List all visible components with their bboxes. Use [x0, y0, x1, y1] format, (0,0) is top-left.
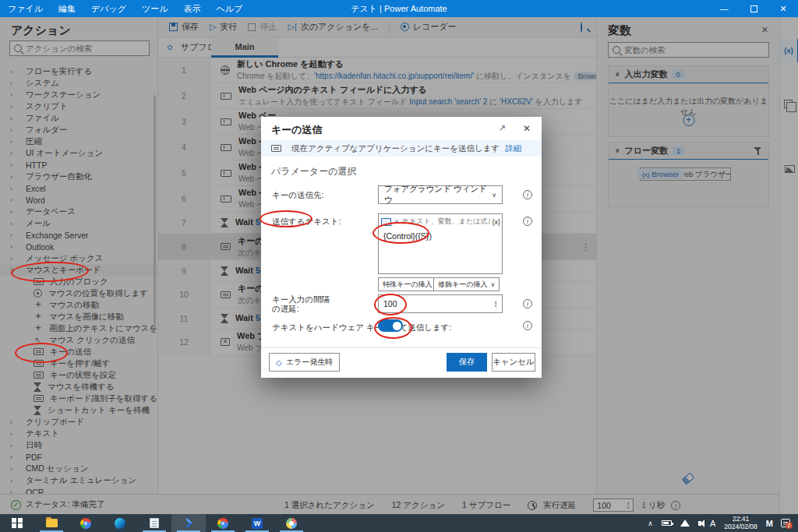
- taskbar-chrome-profile[interactable]: [206, 514, 240, 532]
- folder-icon: [46, 519, 58, 527]
- menu-bar: ファイル 編集 デバッグ ツール 表示 ヘルプ: [0, 0, 250, 17]
- battery-icon[interactable]: [662, 520, 672, 526]
- text-to-send-editor[interactable]: ∨ テキスト、変数、または式として入力しま {x} {Control}({S}): [378, 213, 503, 274]
- menu-item[interactable]: 表示: [176, 0, 209, 17]
- clock[interactable]: 22:412024/02/08: [724, 516, 757, 530]
- variable-picker-icon[interactable]: [381, 218, 391, 226]
- notepad-icon: [150, 518, 159, 528]
- tray-time: 22:41: [733, 515, 749, 523]
- insert-modifier-button[interactable]: 修飾キーの挿入∨: [433, 277, 500, 291]
- maximize-icon: [750, 5, 757, 12]
- info-icon: i: [523, 217, 532, 226]
- dialog-title: キーの送信: [271, 123, 323, 137]
- text-to-send-label: 送信するテキスト:: [272, 217, 341, 227]
- delay-input[interactable]: 100 ∧∨: [378, 294, 503, 313]
- windows-taskbar: W ∧ A 22:412024/02/08 M 2: [0, 514, 798, 532]
- menu-item[interactable]: ファイル: [0, 0, 51, 17]
- chevron-down-icon: ∨: [492, 192, 496, 199]
- editor-hint-text: テキスト、変数、または式として入力しま: [402, 217, 500, 227]
- chrome-icon: [217, 518, 228, 529]
- speaker-icon[interactable]: [698, 521, 701, 526]
- chrome-icon: [80, 518, 91, 529]
- info-icon: i: [523, 299, 532, 308]
- keys-value-text: {Control}({S}): [383, 231, 432, 241]
- minimize-button[interactable]: —: [709, 0, 739, 17]
- info-icon: i: [523, 321, 532, 330]
- screen: ファイル 編集 デバッグ ツール 表示 ヘルプ テスト | Power Auto…: [0, 0, 798, 532]
- send-keys-to-label: キーの送信先:: [272, 190, 323, 201]
- taskbar-file-explorer[interactable]: [34, 514, 69, 532]
- dialog-description: 現在アクティブなアプリケーションにキーを送信します: [291, 143, 500, 154]
- hardware-keys-toggle[interactable]: [378, 319, 403, 332]
- tray-date: 2024/02/08: [724, 523, 757, 530]
- menu-item[interactable]: 編集: [51, 0, 83, 17]
- start-button[interactable]: [0, 514, 34, 532]
- send-keys-dialog: キーの送信 ↗ ✕ 現在アクティブなアプリケーションにキーを送信します 詳細 パ…: [261, 117, 542, 378]
- close-icon[interactable]: ✕: [523, 123, 531, 134]
- notification-icon[interactable]: 2: [781, 519, 790, 527]
- taskbar-chrome[interactable]: [69, 514, 103, 532]
- dialog-divider: [261, 347, 542, 348]
- tray-expand-icon[interactable]: ∧: [648, 520, 653, 527]
- on-error-button[interactable]: ◇エラー発生時: [269, 353, 340, 372]
- send-keys-to-select[interactable]: フォアグラウンド ウィンドウ∨: [378, 185, 503, 204]
- notification-badge: 2: [786, 522, 793, 529]
- wifi-icon[interactable]: [680, 520, 690, 527]
- delay-label-line2: の遅延:: [272, 304, 299, 315]
- menu-item[interactable]: ツール: [134, 0, 176, 17]
- word-icon: W: [252, 518, 263, 529]
- menu-item[interactable]: ヘルプ: [209, 0, 251, 17]
- taskbar-word[interactable]: W: [240, 514, 274, 532]
- taskbar-power-automate[interactable]: [171, 514, 206, 532]
- expand-icon[interactable]: ↗: [499, 123, 506, 133]
- tray-app-icon[interactable]: M: [766, 519, 772, 528]
- system-tray: ∧ A 22:412024/02/08 M 2: [648, 516, 798, 530]
- taskbar-notes[interactable]: [137, 514, 171, 532]
- keyboard-icon: [271, 145, 281, 152]
- hardware-keys-label: テキストをハードウェア キーとして送信します:: [272, 322, 452, 333]
- ime-indicator[interactable]: A: [710, 519, 715, 528]
- save-button[interactable]: 保存: [447, 353, 487, 372]
- windows-logo-icon: [12, 518, 22, 528]
- stepper-icons[interactable]: ∧∨: [494, 301, 497, 308]
- taskbar-edge[interactable]: [103, 514, 137, 532]
- shield-icon: ◇: [276, 358, 282, 367]
- edge-icon: [115, 518, 125, 529]
- title-bar: ファイル 編集 デバッグ ツール 表示 ヘルプ テスト | Power Auto…: [0, 0, 798, 17]
- taskbar-paint[interactable]: [274, 514, 309, 532]
- fx-icon[interactable]: {x}: [490, 218, 500, 226]
- cancel-button[interactable]: キャンセル: [492, 353, 535, 372]
- chevron-down-icon: ∨: [490, 281, 495, 288]
- parameters-section-title: パラメーターの選択: [271, 165, 356, 178]
- chevron-down-icon[interactable]: ∨: [394, 218, 399, 225]
- maximize-button[interactable]: [739, 0, 768, 17]
- power-automate-icon: [182, 518, 192, 528]
- paint-icon: [286, 518, 297, 529]
- dialog-description-band: 現在アクティブなアプリケーションにキーを送信します 詳細: [261, 140, 542, 157]
- details-link[interactable]: 詳細: [505, 143, 521, 154]
- menu-item[interactable]: デバッグ: [83, 0, 134, 17]
- info-icon: i: [523, 190, 532, 199]
- close-button[interactable]: ✕: [768, 0, 798, 17]
